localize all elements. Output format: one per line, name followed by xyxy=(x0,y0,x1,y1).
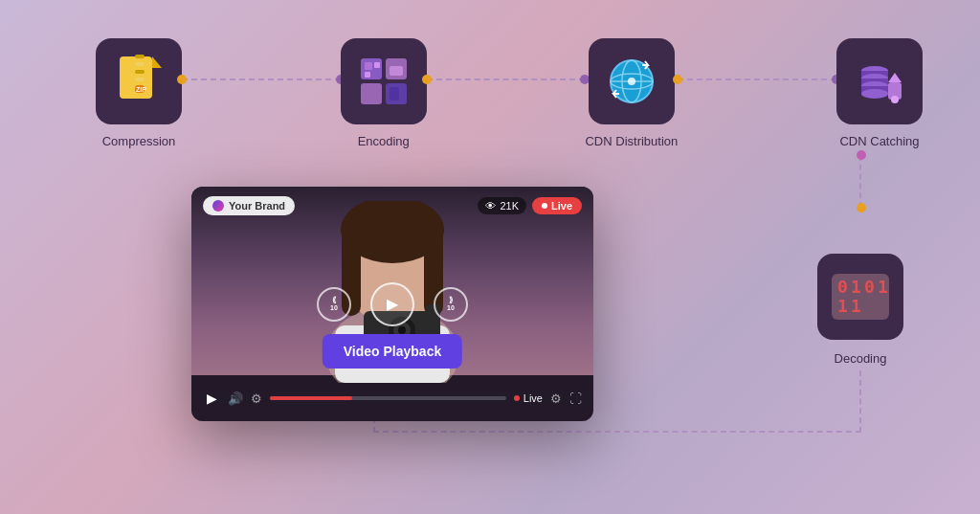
compression-box: ZIP xyxy=(96,38,182,124)
live-dot-sm xyxy=(514,395,520,401)
database-icon xyxy=(854,56,905,107)
volume-icon[interactable]: 🔊 xyxy=(228,391,243,406)
decoding-box: 0 1 0 1 1 1 xyxy=(817,254,903,340)
svg-text:1: 1 xyxy=(878,277,888,297)
pipeline-item-compression: ZIP Compression xyxy=(96,38,182,148)
pipeline-item-cdn-distribution: CDN Distribution xyxy=(585,38,678,148)
skip-back-icon: ⟪ xyxy=(332,297,336,304)
svg-point-28 xyxy=(861,89,888,99)
skip-forward-icon: ⟫ xyxy=(449,297,453,304)
play-icon: ▶ xyxy=(387,295,398,313)
dot-left-3 xyxy=(673,75,682,84)
live-indicator: Live xyxy=(514,392,543,404)
v-connector-cdn-decoding xyxy=(859,155,861,208)
svg-rect-4 xyxy=(135,70,145,74)
v-connector-right-bottom xyxy=(859,370,861,433)
svg-rect-3 xyxy=(135,62,145,66)
svg-rect-14 xyxy=(365,72,370,78)
playback-controls: ⟪ 10 ▶ ⟫ 10 xyxy=(317,282,468,326)
globe-icon xyxy=(606,56,657,107)
svg-text:0: 0 xyxy=(864,277,875,297)
compression-label: Compression xyxy=(102,134,176,148)
svg-rect-15 xyxy=(390,66,403,76)
progress-fill xyxy=(270,396,352,400)
svg-rect-10 xyxy=(361,83,382,104)
skip-forward-label: 10 xyxy=(447,304,455,311)
cdn-catching-box xyxy=(836,38,923,124)
live-label: Live xyxy=(551,200,572,212)
skip-forward-button[interactable]: ⟫ 10 xyxy=(434,287,468,322)
encode-icon xyxy=(359,56,409,106)
live-button[interactable]: Live xyxy=(532,197,582,214)
connector-3 xyxy=(678,78,836,80)
svg-rect-16 xyxy=(390,87,399,101)
settings-icon[interactable]: ⚙ xyxy=(550,391,562,406)
svg-rect-2 xyxy=(135,55,145,58)
svg-text:0: 0 xyxy=(837,277,848,297)
svg-rect-12 xyxy=(365,62,372,70)
svg-point-21 xyxy=(628,78,635,85)
binary-icon: 0 1 0 1 1 1 xyxy=(832,274,889,320)
svg-rect-5 xyxy=(135,78,145,81)
video-playback-button[interactable]: Video Playback xyxy=(323,334,462,369)
encoding-label: Encoding xyxy=(358,134,410,148)
decoding-section: 0 1 0 1 1 1 Decoding xyxy=(817,254,903,366)
play-icon-sm[interactable]: ▶ xyxy=(203,390,220,407)
cdn-distribution-box xyxy=(589,38,675,124)
decoding-label: Decoding xyxy=(835,351,887,366)
svg-marker-1 xyxy=(152,56,162,68)
pipeline-item-encoding: Encoding xyxy=(341,38,427,148)
video-header: Your Brand 👁 21K Live xyxy=(191,196,593,215)
svg-point-31 xyxy=(891,96,899,103)
video-playback-label: Video Playback xyxy=(344,344,441,359)
svg-text:1: 1 xyxy=(851,277,861,297)
zip-icon: ZIP xyxy=(116,55,162,108)
fullscreen-icon[interactable]: ⛶ xyxy=(569,391,582,406)
svg-point-48 xyxy=(398,326,406,334)
encoding-box xyxy=(341,38,427,124)
pipeline-item-cdn-catching: CDN Catching xyxy=(836,38,923,148)
skip-back-label: 10 xyxy=(330,304,338,311)
progress-bar[interactable] xyxy=(270,396,506,400)
svg-rect-13 xyxy=(374,62,380,68)
play-button[interactable]: ▶ xyxy=(370,282,414,326)
svg-marker-30 xyxy=(888,73,902,82)
live-dot xyxy=(542,203,547,209)
brand-logo xyxy=(212,200,224,212)
connector-2 xyxy=(427,78,586,80)
connector-1 xyxy=(182,78,341,80)
cdn-catching-label: CDN Catching xyxy=(839,134,919,148)
dot-left-2 xyxy=(422,75,432,84)
cdn-distribution-label: CDN Distribution xyxy=(585,134,678,148)
view-count-value: 21K xyxy=(500,200,519,212)
dot-left-1 xyxy=(177,75,187,84)
brand-name: Your Brand xyxy=(229,200,285,212)
skip-back-button[interactable]: ⟪ 10 xyxy=(317,287,351,322)
svg-text:ZIP: ZIP xyxy=(136,86,146,93)
svg-text:1: 1 xyxy=(851,296,861,316)
brand-badge: Your Brand xyxy=(203,196,295,215)
svg-text:1: 1 xyxy=(837,296,848,316)
live-text: Live xyxy=(523,392,543,404)
cdn-bottom-dot xyxy=(857,150,866,160)
settings-icon-ctrl[interactable]: ⚙ xyxy=(251,391,262,406)
decoding-top-dot xyxy=(857,203,866,212)
h-connector-bottom xyxy=(373,431,861,433)
video-player: Your Brand 👁 21K Live ⟪ 10 ▶ ⟫ xyxy=(191,187,593,421)
pipeline-row: ZIP Compression Encoding xyxy=(96,38,923,148)
view-count: 👁 21K xyxy=(478,197,526,214)
live-badge: 👁 21K Live xyxy=(478,197,582,214)
